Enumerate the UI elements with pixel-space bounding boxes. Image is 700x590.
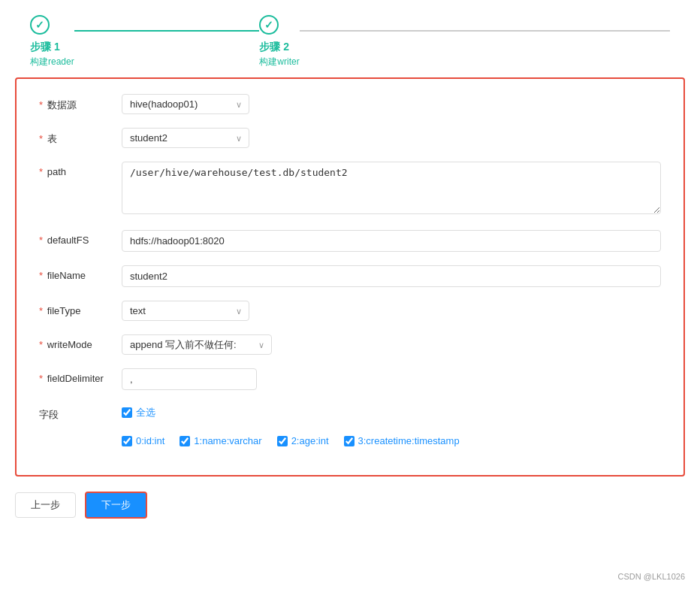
- step-line-2: [300, 30, 670, 32]
- steps-container: ✓ 步骤 1 构建reader ✓ 步骤 2 构建writer: [0, 0, 700, 77]
- table-control: student2: [122, 128, 661, 148]
- field-2-text: 2:age:int: [291, 435, 329, 446]
- bottom-bar: 上一步 下一步: [0, 477, 700, 534]
- form-container: * 数据源 hive(hadoop01) * 表 student2: [15, 77, 685, 477]
- step-1-sublabel: 构建reader: [30, 56, 74, 68]
- field-0-label[interactable]: 0:id:int: [122, 435, 164, 446]
- table-select-wrapper[interactable]: student2: [122, 128, 249, 148]
- datasource-select[interactable]: hive(hadoop01): [122, 94, 249, 114]
- writemode-row: * writeMode append 写入前不做任何: truncate non…: [39, 334, 661, 355]
- writemode-label: * writeMode: [39, 334, 122, 350]
- filename-label: * fileName: [39, 265, 122, 281]
- filetype-label: * fileType: [39, 301, 122, 316]
- select-all-checkbox[interactable]: [122, 407, 132, 418]
- field-3-checkbox[interactable]: [344, 436, 355, 446]
- datasource-row: * 数据源 hive(hadoop01): [39, 94, 661, 114]
- step-1: ✓ 步骤 1 构建reader: [30, 15, 74, 68]
- next-button[interactable]: 下一步: [85, 492, 147, 519]
- field-2-label[interactable]: 2:age:int: [277, 435, 329, 446]
- field-3-text: 3:createtime:timestamp: [358, 435, 460, 446]
- writemode-select-wrapper[interactable]: append 写入前不做任何: truncate nonConflict: [122, 334, 272, 355]
- field-3-label[interactable]: 3:createtime:timestamp: [344, 435, 460, 446]
- step-2-label: 步骤 2: [259, 41, 299, 54]
- filetype-control: text orc parquet: [122, 301, 661, 321]
- datasource-label: * 数据源: [39, 94, 122, 112]
- writemode-select[interactable]: append 写入前不做任何: truncate nonConflict: [122, 334, 272, 355]
- fields-row: 字段 全选 0:id:int 1:name:varchar 2:age:int: [39, 404, 661, 446]
- filename-row: * fileName: [39, 265, 661, 287]
- field-2-checkbox[interactable]: [277, 436, 288, 446]
- fielddelimiter-label: * fieldDelimiter: [39, 368, 122, 384]
- step-line-1: [74, 30, 260, 32]
- path-label: * path: [39, 162, 122, 177]
- filename-control: [122, 265, 661, 287]
- defaultfs-label: * defaultFS: [39, 230, 122, 246]
- step-1-check-icon: ✓: [35, 19, 44, 31]
- step-1-circle: ✓: [30, 15, 50, 35]
- fields-list: 0:id:int 1:name:varchar 2:age:int 3:crea…: [39, 435, 460, 446]
- fields-label: 字段: [39, 404, 122, 422]
- filetype-select[interactable]: text orc parquet: [122, 301, 249, 321]
- writemode-control: append 写入前不做任何: truncate nonConflict: [122, 334, 661, 355]
- field-1-checkbox[interactable]: [180, 436, 190, 446]
- datasource-required: *: [39, 99, 43, 110]
- filetype-row: * fileType text orc parquet: [39, 301, 661, 321]
- field-0-checkbox[interactable]: [122, 436, 132, 446]
- filename-input[interactable]: [122, 265, 661, 287]
- field-1-text: 1:name:varchar: [194, 435, 261, 446]
- prev-button[interactable]: 上一步: [15, 492, 76, 518]
- filetype-select-wrapper[interactable]: text orc parquet: [122, 301, 249, 321]
- step-2: ✓ 步骤 2 构建writer: [259, 15, 299, 68]
- fielddelimiter-row: * fieldDelimiter: [39, 368, 661, 390]
- select-all-label: 全选: [136, 406, 155, 419]
- field-0-text: 0:id:int: [136, 435, 164, 446]
- step-2-circle: ✓: [259, 15, 279, 35]
- fielddelimiter-control: [122, 368, 661, 390]
- table-select[interactable]: student2: [122, 128, 249, 148]
- table-row: * 表 student2: [39, 128, 661, 148]
- path-control: /user/hive/warehouse/test.db/student2: [122, 162, 661, 216]
- step-1-label: 步骤 1: [30, 41, 74, 54]
- step-2-check-icon: ✓: [264, 19, 273, 31]
- select-all-checkbox-label[interactable]: 全选: [122, 406, 155, 419]
- defaultfs-row: * defaultFS: [39, 230, 661, 252]
- datasource-select-wrapper[interactable]: hive(hadoop01): [122, 94, 249, 114]
- path-row: * path /user/hive/warehouse/test.db/stud…: [39, 162, 661, 216]
- table-label: * 表: [39, 128, 122, 146]
- path-input[interactable]: /user/hive/warehouse/test.db/student2: [122, 162, 661, 214]
- defaultfs-input[interactable]: [122, 230, 661, 252]
- fielddelimiter-input[interactable]: [122, 368, 257, 390]
- datasource-control: hive(hadoop01): [122, 94, 661, 114]
- watermark: CSDN @LKL1026: [618, 572, 685, 581]
- defaultfs-control: [122, 230, 661, 252]
- step-2-sublabel: 构建writer: [259, 56, 299, 68]
- field-1-label[interactable]: 1:name:varchar: [180, 435, 261, 446]
